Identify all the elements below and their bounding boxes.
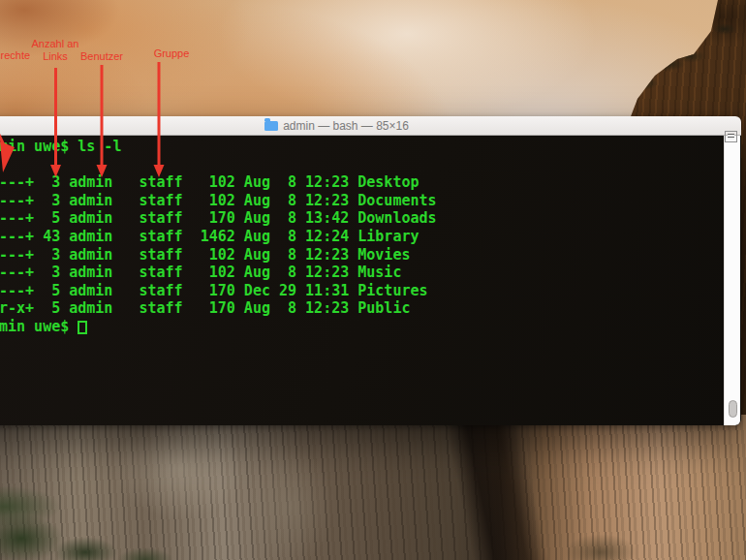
ls-row-movies: ---+ 3 admin staff 102 Aug 8 12:23 Movie… — [0, 246, 437, 264]
prompt-line-current: min uwe$ — [0, 318, 437, 336]
ls-row-public: r-x+ 5 admin staff 170 Aug 8 12:23 Publi… — [0, 299, 437, 318]
prompt-line-command: min uwe$ ls -l — [0, 138, 437, 156]
ls-row-music: ---+ 3 admin staff 102 Aug 8 12:23 Music — [0, 264, 437, 282]
terminal-cursor — [78, 321, 87, 334]
terminal-titlebar[interactable]: admin — bash — 85×16 — [0, 116, 741, 136]
ls-row-documents: ---+ 3 admin staff 102 Aug 8 12:23 Docum… — [0, 192, 437, 210]
ls-row-pictures: ---+ 5 admin staff 170 Dec 29 11:31 Pict… — [0, 282, 437, 300]
scrollbar-track[interactable] — [724, 136, 740, 425]
ls-row-downloads: ---+ 5 admin staff 170 Aug 8 13:42 Downl… — [0, 209, 437, 228]
terminal-window: admin — bash — 85×16 min uwe$ ls -l ---+… — [0, 116, 741, 425]
shell-prompt: min uwe$ — [0, 318, 78, 335]
ls-row-library: ---+ 43 admin staff 1462 Aug 8 12:24 Lib… — [0, 228, 437, 246]
annotation-label-group: Gruppe — [133, 47, 210, 60]
terminal-output: min uwe$ ls -l ---+ 3 admin staff 102 Au… — [0, 138, 437, 336]
scrollbar-thumb[interactable] — [729, 400, 737, 418]
window-title: admin — bash — 85×16 — [283, 119, 409, 133]
annotation-label-link-count-line1: Anzahl an — [16, 38, 94, 50]
folder-icon — [264, 121, 278, 131]
stripes-icon — [725, 131, 737, 142]
terminal-content[interactable]: min uwe$ ls -l ---+ 3 admin staff 102 Au… — [0, 136, 741, 425]
ls-row-desktop: ---+ 3 admin staff 102 Aug 8 12:23 Deskt… — [0, 173, 437, 192]
terminal-line — [0, 156, 437, 174]
annotation-label-user: Benutzer — [63, 50, 140, 63]
wallpaper-rocks — [0, 415, 746, 560]
